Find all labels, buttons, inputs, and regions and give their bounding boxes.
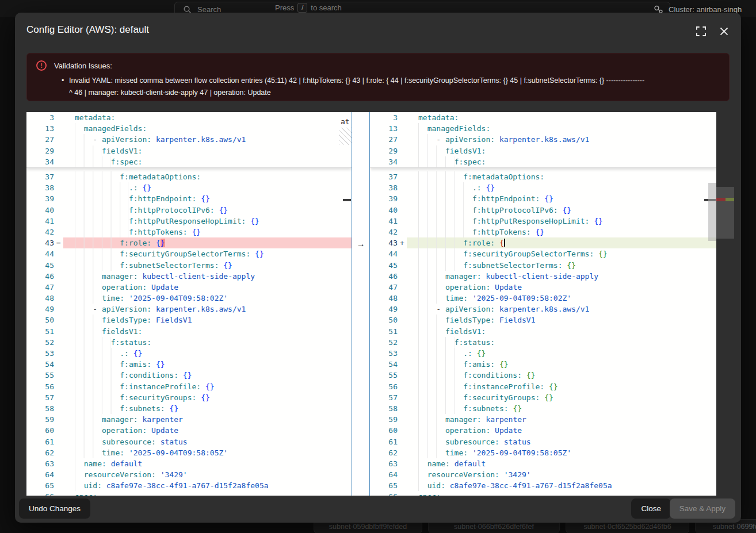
code-line[interactable]: 53 .: {} bbox=[370, 348, 716, 359]
code-line[interactable]: 27 - apiVersion: karpenter.k8s.aws/v1 bbox=[26, 134, 352, 145]
code-line[interactable]: 52 f:status: bbox=[26, 337, 352, 348]
code-line[interactable]: 49 - apiVersion: karpenter.k8s.aws/v1 bbox=[370, 304, 716, 315]
close-button[interactable]: Close bbox=[631, 499, 671, 519]
code-line[interactable]: 55 f:conditions: {} bbox=[370, 370, 716, 381]
code-line[interactable]: 42 f:httpTokens: {} bbox=[26, 227, 352, 237]
code-line[interactable]: 27 - apiVersion: karpenter.k8s.aws/v1 bbox=[370, 134, 716, 145]
page-title: Config Editor (AWS): default bbox=[26, 24, 149, 36]
code-line[interactable]: 62 time: '2025-09-04T09:58:05Z' bbox=[370, 447, 716, 458]
code-line[interactable]: 61 subresource: status bbox=[370, 436, 716, 447]
code-line[interactable]: 42 f:httpTokens: {} bbox=[370, 227, 716, 237]
validation-message: •Invalid YAML: missed comma between flow… bbox=[62, 75, 720, 99]
diff-pane-right[interactable]: 37 f:metadataOptions:38 .: {}39 f:httpEn… bbox=[370, 112, 716, 496]
code-line[interactable]: 52 f:status: bbox=[370, 337, 716, 348]
code-line[interactable]: 39 f:httpEndpoint: {} bbox=[26, 193, 352, 204]
code-line[interactable]: 56 f:instanceProfile: {} bbox=[26, 381, 352, 392]
code-lines-modified: 37 f:metadataOptions:38 .: {}39 f:httpEn… bbox=[370, 171, 716, 496]
error-icon: ! bbox=[36, 60, 47, 71]
code-line[interactable]: 63 name: default bbox=[370, 458, 716, 469]
overview-ruler-mark-left bbox=[343, 199, 351, 201]
undo-changes-button[interactable]: Undo Changes bbox=[19, 499, 90, 519]
code-line[interactable]: 59 manager: karpenter bbox=[26, 414, 352, 425]
code-line[interactable]: 45 f:subnetSelectorTerms: {} bbox=[370, 260, 716, 271]
code-line[interactable]: 60 operation: Update bbox=[26, 425, 352, 436]
revert-change-arrow-icon[interactable]: → bbox=[352, 238, 369, 249]
code-line[interactable]: 58 f:subnets: {} bbox=[370, 403, 716, 414]
code-line[interactable]: 48 time: '2025-09-04T09:58:02Z' bbox=[370, 293, 716, 304]
code-line[interactable]: 58 f:subnets: {} bbox=[26, 403, 352, 414]
yaml-diff-editor: 37 f:metadataOptions:38 .: {}39 f:httpEn… bbox=[26, 112, 716, 496]
code-line[interactable]: 13 managedFields: bbox=[370, 123, 716, 134]
code-line[interactable]: 60 operation: Update bbox=[370, 425, 716, 436]
code-line[interactable]: 34 f:spec: bbox=[370, 156, 716, 167]
diff-gutter: → bbox=[352, 112, 370, 496]
code-line[interactable]: 38 .: {} bbox=[370, 182, 716, 193]
clipped-text-fragment: at bbox=[341, 117, 350, 127]
code-line[interactable]: 61 subresource: status bbox=[26, 436, 352, 447]
code-line[interactable]: 29 fieldsV1: bbox=[370, 145, 716, 156]
code-line[interactable]: 54 f:amis: {} bbox=[370, 359, 716, 370]
code-line[interactable]: 65 uid: c8afe97e-38cc-4f91-a767-d15f2a8f… bbox=[370, 480, 716, 491]
code-line[interactable]: 46 manager: kubectl-client-side-apply bbox=[370, 271, 716, 282]
code-line[interactable]: 46 manager: kubectl-client-side-apply bbox=[26, 271, 352, 282]
sticky-context-original[interactable]: 3metadata:13 managedFields:27 - apiVersi… bbox=[26, 112, 352, 168]
code-line[interactable]: 53 .: {} bbox=[26, 348, 352, 359]
code-line[interactable]: 13 managedFields: bbox=[26, 123, 352, 134]
hidden-region-hatch bbox=[339, 128, 352, 145]
code-line[interactable]: 57 f:securityGroups: {} bbox=[26, 392, 352, 403]
code-line[interactable]: 50 fieldsType: FieldsV1 bbox=[370, 315, 716, 325]
code-line[interactable]: 55 f:conditions: {} bbox=[26, 370, 352, 381]
code-line[interactable]: 44 f:securityGroupSelectorTerms: {} bbox=[26, 248, 352, 259]
code-line[interactable]: 44 f:securityGroupSelectorTerms: {} bbox=[370, 248, 716, 259]
code-line[interactable]: 45 f:subnetSelectorTerms: {} bbox=[26, 260, 352, 271]
overview-ruler-deleted-mark bbox=[716, 198, 726, 201]
search-shortcut-hint: Press / to search bbox=[275, 3, 342, 13]
code-line[interactable]: 63 name: default bbox=[26, 458, 352, 469]
fullscreen-button[interactable] bbox=[695, 25, 707, 37]
validation-banner: ! Validation Issues: •Invalid YAML: miss… bbox=[26, 53, 730, 101]
diff-pane-left[interactable]: 37 f:metadataOptions:38 .: {}39 f:httpEn… bbox=[26, 112, 352, 496]
code-line[interactable]: 47 operation: Update bbox=[370, 282, 716, 293]
code-lines-original: 37 f:metadataOptions:38 .: {}39 f:httpEn… bbox=[26, 171, 352, 496]
code-line[interactable]: 49 - apiVersion: karpenter.k8s.aws/v1 bbox=[26, 304, 352, 315]
overview-ruler bbox=[716, 187, 734, 239]
sticky-context-modified[interactable]: 3metadata:13 managedFields:27 - apiVersi… bbox=[370, 112, 716, 168]
code-line[interactable]: 66spec: bbox=[26, 491, 352, 496]
code-line[interactable]: 37 f:metadataOptions: bbox=[26, 171, 352, 182]
text-cursor bbox=[504, 239, 505, 247]
code-line[interactable]: 48 time: '2025-09-04T09:58:02Z' bbox=[26, 293, 352, 304]
config-editor-dialog: Config Editor (AWS): default ! Validatio… bbox=[15, 13, 741, 523]
code-line[interactable]: 66spec: bbox=[370, 491, 716, 496]
code-line[interactable]: 64 resourceVersion: '3429' bbox=[26, 469, 352, 480]
code-line[interactable]: 37 f:metadataOptions: bbox=[370, 171, 716, 182]
code-line[interactable]: 41 f:httpPutResponseHopLimit: {} bbox=[26, 216, 352, 227]
code-line[interactable]: 51 fieldsV1: bbox=[26, 326, 352, 337]
code-line[interactable]: 64 resourceVersion: '3429' bbox=[370, 469, 716, 480]
code-line[interactable]: 40 f:httpProtocolIPv6: {} bbox=[26, 205, 352, 216]
code-line[interactable]: 43− f:role: {} bbox=[26, 237, 352, 248]
code-line[interactable]: 59 manager: karpenter bbox=[370, 414, 716, 425]
code-line[interactable]: 47 operation: Update bbox=[26, 282, 352, 293]
code-line[interactable]: 40 f:httpProtocolIPv6: {} bbox=[370, 205, 716, 216]
code-line[interactable]: 3metadata: bbox=[370, 112, 716, 123]
close-icon[interactable] bbox=[718, 25, 730, 37]
code-line[interactable]: 43+ f:role: { bbox=[370, 237, 716, 248]
code-line[interactable]: 39 f:httpEndpoint: {} bbox=[370, 193, 716, 204]
code-line[interactable]: 65 uid: c8afe97e-38cc-4f91-a767-d15f2a8f… bbox=[26, 480, 352, 491]
scrollbar-slider[interactable] bbox=[708, 183, 716, 241]
code-line[interactable]: 34 f:spec: bbox=[26, 156, 352, 167]
code-line[interactable]: 41 f:httpPutResponseHopLimit: {} bbox=[370, 216, 716, 227]
code-line[interactable]: 54 f:amis: {} bbox=[26, 359, 352, 370]
code-line[interactable]: 51 fieldsV1: bbox=[370, 326, 716, 337]
code-line[interactable]: 56 f:instanceProfile: {} bbox=[370, 381, 716, 392]
slash-keycap: / bbox=[297, 3, 307, 13]
code-line[interactable]: 62 time: '2025-09-04T09:58:05Z' bbox=[26, 447, 352, 458]
code-line[interactable]: 3metadata: bbox=[26, 112, 352, 123]
bullet-icon: • bbox=[62, 75, 69, 87]
overview-ruler-added-mark bbox=[726, 198, 734, 201]
code-line[interactable]: 57 f:securityGroups: {} bbox=[370, 392, 716, 403]
code-line[interactable]: 38 .: {} bbox=[26, 182, 352, 193]
code-line[interactable]: 29 fieldsV1: bbox=[26, 145, 352, 156]
code-line[interactable]: 50 fieldsType: FieldsV1 bbox=[26, 315, 352, 325]
save-apply-button[interactable]: Save & Apply bbox=[670, 499, 735, 519]
